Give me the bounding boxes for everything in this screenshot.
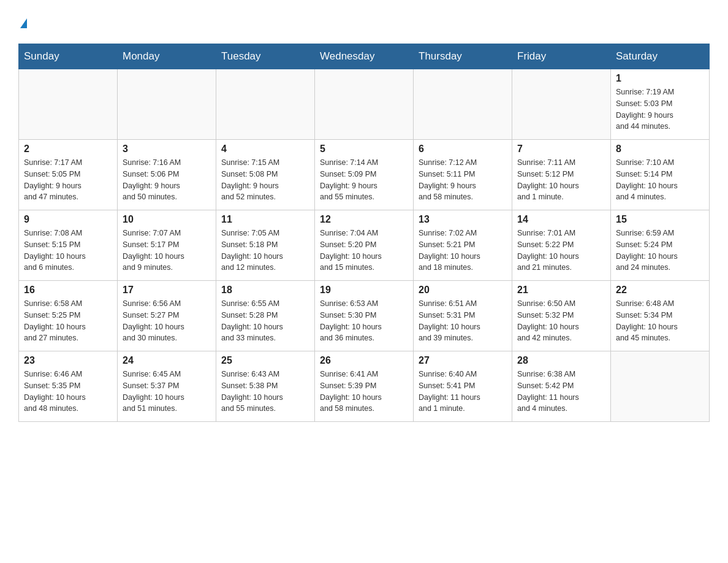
day-info: Sunrise: 7:11 AM Sunset: 5:12 PM Dayligh… bbox=[517, 157, 605, 203]
logo-triangle-icon bbox=[20, 18, 27, 28]
calendar-cell: 28Sunrise: 6:38 AM Sunset: 5:42 PM Dayli… bbox=[512, 351, 611, 422]
day-info: Sunrise: 7:08 AM Sunset: 5:15 PM Dayligh… bbox=[24, 228, 112, 274]
page-header bbox=[18, 12, 710, 31]
calendar-cell bbox=[512, 69, 611, 140]
calendar-cell: 24Sunrise: 6:45 AM Sunset: 5:37 PM Dayli… bbox=[118, 351, 216, 422]
day-number: 5 bbox=[320, 144, 408, 155]
day-info: Sunrise: 6:45 AM Sunset: 5:37 PM Dayligh… bbox=[123, 369, 211, 415]
day-info: Sunrise: 6:41 AM Sunset: 5:39 PM Dayligh… bbox=[320, 369, 408, 415]
calendar-cell: 8Sunrise: 7:10 AM Sunset: 5:14 PM Daylig… bbox=[611, 140, 710, 210]
day-number: 18 bbox=[221, 285, 309, 296]
day-number: 3 bbox=[123, 144, 211, 155]
day-number: 2 bbox=[24, 144, 112, 155]
day-info: Sunrise: 7:19 AM Sunset: 5:03 PM Dayligh… bbox=[616, 86, 704, 132]
day-number: 22 bbox=[616, 285, 704, 296]
day-number: 24 bbox=[123, 355, 211, 366]
day-number: 4 bbox=[221, 144, 309, 155]
calendar-cell: 6Sunrise: 7:12 AM Sunset: 5:11 PM Daylig… bbox=[414, 140, 512, 210]
calendar-cell: 23Sunrise: 6:46 AM Sunset: 5:35 PM Dayli… bbox=[19, 351, 118, 422]
calendar-cell: 12Sunrise: 7:04 AM Sunset: 5:20 PM Dayli… bbox=[315, 210, 414, 281]
day-number: 23 bbox=[24, 355, 112, 366]
day-info: Sunrise: 6:43 AM Sunset: 5:38 PM Dayligh… bbox=[221, 369, 309, 415]
day-info: Sunrise: 6:58 AM Sunset: 5:25 PM Dayligh… bbox=[24, 298, 112, 344]
calendar-week-row: 23Sunrise: 6:46 AM Sunset: 5:35 PM Dayli… bbox=[19, 351, 710, 422]
day-info: Sunrise: 7:14 AM Sunset: 5:09 PM Dayligh… bbox=[320, 157, 408, 203]
day-number: 9 bbox=[24, 214, 112, 225]
day-number: 8 bbox=[616, 144, 704, 155]
day-info: Sunrise: 6:46 AM Sunset: 5:35 PM Dayligh… bbox=[24, 369, 112, 415]
day-number: 17 bbox=[123, 285, 211, 296]
calendar-cell: 5Sunrise: 7:14 AM Sunset: 5:09 PM Daylig… bbox=[315, 140, 414, 210]
day-info: Sunrise: 6:53 AM Sunset: 5:30 PM Dayligh… bbox=[320, 298, 408, 344]
calendar-week-row: 2Sunrise: 7:17 AM Sunset: 5:05 PM Daylig… bbox=[19, 140, 710, 210]
day-number: 1 bbox=[616, 73, 704, 84]
weekday-header-saturday: Saturday bbox=[611, 44, 710, 69]
day-number: 20 bbox=[419, 285, 507, 296]
calendar-cell: 11Sunrise: 7:05 AM Sunset: 5:18 PM Dayli… bbox=[216, 210, 315, 281]
weekday-header-thursday: Thursday bbox=[414, 44, 512, 69]
day-number: 26 bbox=[320, 355, 408, 366]
day-number: 12 bbox=[320, 214, 408, 225]
calendar-cell bbox=[611, 351, 710, 422]
calendar-cell bbox=[315, 69, 414, 140]
weekday-header-tuesday: Tuesday bbox=[216, 44, 315, 69]
weekday-header-wednesday: Wednesday bbox=[315, 44, 414, 69]
calendar-cell: 10Sunrise: 7:07 AM Sunset: 5:17 PM Dayli… bbox=[118, 210, 216, 281]
day-info: Sunrise: 7:15 AM Sunset: 5:08 PM Dayligh… bbox=[221, 157, 309, 203]
calendar-cell bbox=[414, 69, 512, 140]
day-number: 6 bbox=[419, 144, 507, 155]
day-number: 15 bbox=[616, 214, 704, 225]
calendar-cell bbox=[19, 69, 118, 140]
day-number: 13 bbox=[419, 214, 507, 225]
day-info: Sunrise: 6:55 AM Sunset: 5:28 PM Dayligh… bbox=[221, 298, 309, 344]
day-number: 21 bbox=[517, 285, 605, 296]
weekday-header-sunday: Sunday bbox=[19, 44, 118, 69]
day-info: Sunrise: 7:01 AM Sunset: 5:22 PM Dayligh… bbox=[517, 228, 605, 274]
calendar-week-row: 1Sunrise: 7:19 AM Sunset: 5:03 PM Daylig… bbox=[19, 69, 710, 140]
weekday-header-friday: Friday bbox=[512, 44, 611, 69]
calendar-cell: 15Sunrise: 6:59 AM Sunset: 5:24 PM Dayli… bbox=[611, 210, 710, 281]
day-info: Sunrise: 6:40 AM Sunset: 5:41 PM Dayligh… bbox=[419, 369, 507, 415]
day-number: 7 bbox=[517, 144, 605, 155]
weekday-header-monday: Monday bbox=[118, 44, 216, 69]
calendar-week-row: 16Sunrise: 6:58 AM Sunset: 5:25 PM Dayli… bbox=[19, 281, 710, 351]
day-info: Sunrise: 7:16 AM Sunset: 5:06 PM Dayligh… bbox=[123, 157, 211, 203]
day-number: 27 bbox=[419, 355, 507, 366]
calendar-header-row: SundayMondayTuesdayWednesdayThursdayFrid… bbox=[19, 44, 710, 69]
calendar-table: SundayMondayTuesdayWednesdayThursdayFrid… bbox=[18, 44, 710, 422]
calendar-cell: 14Sunrise: 7:01 AM Sunset: 5:22 PM Dayli… bbox=[512, 210, 611, 281]
calendar-cell: 3Sunrise: 7:16 AM Sunset: 5:06 PM Daylig… bbox=[118, 140, 216, 210]
day-info: Sunrise: 7:10 AM Sunset: 5:14 PM Dayligh… bbox=[616, 157, 704, 203]
calendar-cell: 22Sunrise: 6:48 AM Sunset: 5:34 PM Dayli… bbox=[611, 281, 710, 351]
day-info: Sunrise: 7:17 AM Sunset: 5:05 PM Dayligh… bbox=[24, 157, 112, 203]
calendar-week-row: 9Sunrise: 7:08 AM Sunset: 5:15 PM Daylig… bbox=[19, 210, 710, 281]
day-number: 25 bbox=[221, 355, 309, 366]
day-number: 10 bbox=[123, 214, 211, 225]
calendar-cell: 13Sunrise: 7:02 AM Sunset: 5:21 PM Dayli… bbox=[414, 210, 512, 281]
day-info: Sunrise: 7:02 AM Sunset: 5:21 PM Dayligh… bbox=[419, 228, 507, 274]
calendar-cell: 16Sunrise: 6:58 AM Sunset: 5:25 PM Dayli… bbox=[19, 281, 118, 351]
calendar-cell: 1Sunrise: 7:19 AM Sunset: 5:03 PM Daylig… bbox=[611, 69, 710, 140]
day-info: Sunrise: 6:38 AM Sunset: 5:42 PM Dayligh… bbox=[517, 369, 605, 415]
day-info: Sunrise: 6:59 AM Sunset: 5:24 PM Dayligh… bbox=[616, 228, 704, 274]
day-info: Sunrise: 6:48 AM Sunset: 5:34 PM Dayligh… bbox=[616, 298, 704, 344]
logo-line1 bbox=[18, 12, 27, 31]
day-number: 11 bbox=[221, 214, 309, 225]
calendar-cell bbox=[118, 69, 216, 140]
calendar-cell: 21Sunrise: 6:50 AM Sunset: 5:32 PM Dayli… bbox=[512, 281, 611, 351]
day-info: Sunrise: 6:56 AM Sunset: 5:27 PM Dayligh… bbox=[123, 298, 211, 344]
calendar-cell: 26Sunrise: 6:41 AM Sunset: 5:39 PM Dayli… bbox=[315, 351, 414, 422]
calendar-cell: 19Sunrise: 6:53 AM Sunset: 5:30 PM Dayli… bbox=[315, 281, 414, 351]
day-info: Sunrise: 7:12 AM Sunset: 5:11 PM Dayligh… bbox=[419, 157, 507, 203]
logo bbox=[18, 12, 27, 31]
calendar-cell bbox=[216, 69, 315, 140]
calendar-cell: 20Sunrise: 6:51 AM Sunset: 5:31 PM Dayli… bbox=[414, 281, 512, 351]
day-number: 16 bbox=[24, 285, 112, 296]
calendar-cell: 18Sunrise: 6:55 AM Sunset: 5:28 PM Dayli… bbox=[216, 281, 315, 351]
calendar-cell: 7Sunrise: 7:11 AM Sunset: 5:12 PM Daylig… bbox=[512, 140, 611, 210]
calendar-cell: 9Sunrise: 7:08 AM Sunset: 5:15 PM Daylig… bbox=[19, 210, 118, 281]
calendar-cell: 27Sunrise: 6:40 AM Sunset: 5:41 PM Dayli… bbox=[414, 351, 512, 422]
day-info: Sunrise: 7:05 AM Sunset: 5:18 PM Dayligh… bbox=[221, 228, 309, 274]
day-info: Sunrise: 7:04 AM Sunset: 5:20 PM Dayligh… bbox=[320, 228, 408, 274]
day-info: Sunrise: 7:07 AM Sunset: 5:17 PM Dayligh… bbox=[123, 228, 211, 274]
